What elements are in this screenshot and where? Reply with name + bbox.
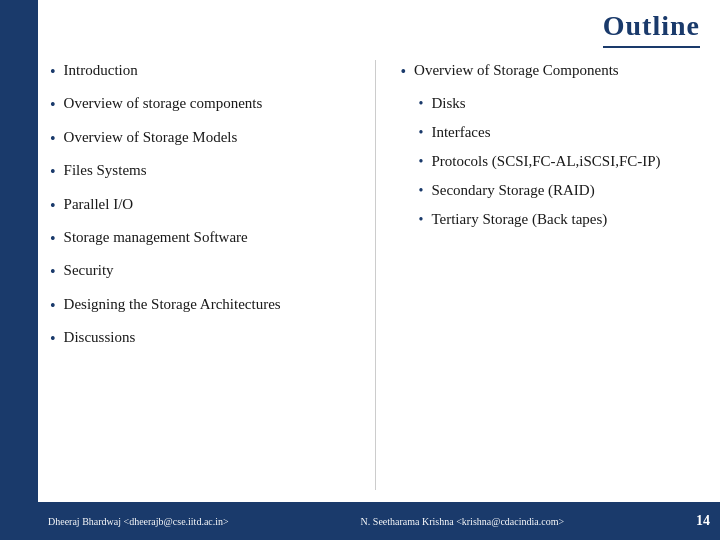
sub-bullet-icon: • [419, 210, 424, 230]
list-item: • Interfaces [419, 122, 701, 143]
sub-item-text: Interfaces [431, 122, 490, 143]
content-area: • Introduction • Overview of storage com… [50, 60, 700, 490]
page-number: 14 [696, 513, 710, 529]
item-text: Files Systems [64, 160, 147, 181]
list-item: • Overview of Storage Models [50, 127, 350, 150]
item-text: Security [64, 260, 114, 281]
column-divider [375, 60, 376, 490]
list-item: • Files Systems [50, 160, 350, 183]
sub-bullet-icon: • [419, 94, 424, 114]
sub-item-text: Protocols (SCSI,FC-AL,iSCSI,FC-IP) [431, 151, 660, 172]
item-text: Overview of storage components [64, 93, 263, 114]
bullet-icon: • [50, 261, 56, 283]
sub-bullet-icon: • [419, 123, 424, 143]
list-item: • Parallel I/O [50, 194, 350, 217]
right-heading-item: • Overview of Storage Components [401, 60, 701, 83]
right-column: • Overview of Storage Components • Disks… [401, 60, 701, 490]
list-item: • Security [50, 260, 350, 283]
footer: Dheeraj Bhardwaj <dheerajb@cse.iitd.ac.i… [0, 502, 720, 540]
footer-left-text: Dheeraj Bhardwaj <dheerajb@cse.iitd.ac.i… [48, 516, 229, 527]
item-text: Designing the Storage Architectures [64, 294, 281, 315]
left-column: • Introduction • Overview of storage com… [50, 60, 350, 490]
list-item: • Overview of storage components [50, 93, 350, 116]
right-heading: Overview of Storage Components [414, 60, 619, 81]
list-item: • Discussions [50, 327, 350, 350]
list-item: • Secondary Storage (RAID) [419, 180, 701, 201]
list-item: • Introduction [50, 60, 350, 83]
bullet-icon: • [50, 328, 56, 350]
sub-item-text: Disks [431, 93, 465, 114]
item-text: Parallel I/O [64, 194, 134, 215]
footer-center-text: N. Seetharama Krishna <krishna@cdacindia… [361, 516, 564, 527]
item-text: Introduction [64, 60, 138, 81]
bullet-icon: • [50, 295, 56, 317]
slide: Outline • Introduction • Overview of sto… [0, 0, 720, 540]
item-text: Overview of Storage Models [64, 127, 238, 148]
bullet-icon: • [50, 161, 56, 183]
list-item: • Designing the Storage Architectures [50, 294, 350, 317]
sub-bullet-icon: • [419, 181, 424, 201]
list-item: • Protocols (SCSI,FC-AL,iSCSI,FC-IP) [419, 151, 701, 172]
list-item: • Disks [419, 93, 701, 114]
bullet-icon: • [50, 228, 56, 250]
sub-item-text: Secondary Storage (RAID) [431, 180, 594, 201]
title-underline [603, 46, 700, 48]
list-item: • Tertiary Storage (Back tapes) [419, 209, 701, 230]
bullet-icon: • [50, 61, 56, 83]
item-text: Storage management Software [64, 227, 248, 248]
sub-item-text: Tertiary Storage (Back tapes) [431, 209, 607, 230]
bullet-icon: • [401, 61, 407, 83]
bullet-icon: • [50, 128, 56, 150]
item-text: Discussions [64, 327, 136, 348]
bullet-icon: • [50, 195, 56, 217]
title-area: Outline [603, 10, 700, 48]
list-item: • Storage management Software [50, 227, 350, 250]
left-bar [0, 0, 38, 540]
slide-title: Outline [603, 10, 700, 42]
sub-bullet-icon: • [419, 152, 424, 172]
bullet-icon: • [50, 94, 56, 116]
